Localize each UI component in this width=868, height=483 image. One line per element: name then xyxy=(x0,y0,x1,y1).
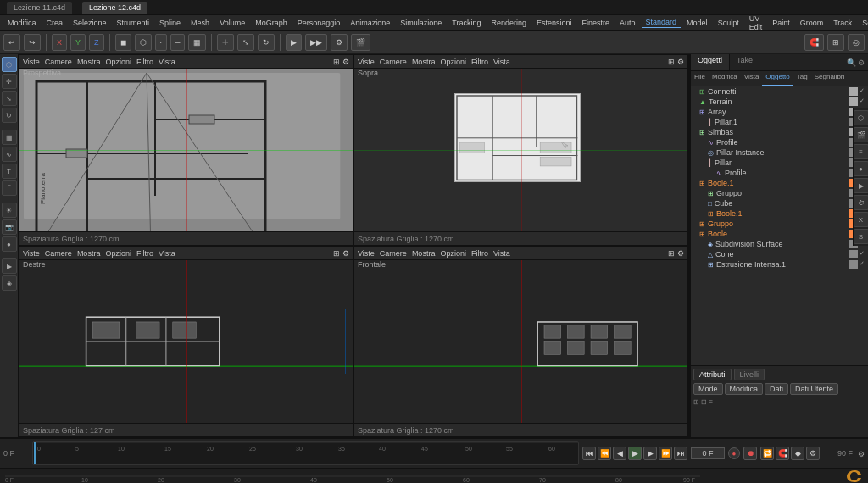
obj-connetti[interactable]: ⊞ Connetti ✓ xyxy=(691,86,868,97)
prev-key-btn[interactable]: ⏪ xyxy=(598,447,611,460)
obj-estrusione[interactable]: ⊞ Estrusione Intensa.1 ✓ xyxy=(691,259,868,269)
attr-mode-btn[interactable]: Mode xyxy=(693,383,723,395)
icon-objects[interactable]: ⬡ xyxy=(854,110,869,125)
menu-tracking[interactable]: Tracking xyxy=(448,18,485,28)
move-icon[interactable]: ✛ xyxy=(2,74,17,89)
menu-modifica[interactable]: Modifica xyxy=(3,18,41,28)
keys-btn[interactable]: ◆ xyxy=(791,447,804,460)
layout-script[interactable]: Script xyxy=(858,18,868,28)
filter-tag[interactable]: Tag xyxy=(793,71,811,86)
filter-vista[interactable]: Vista xyxy=(741,71,763,86)
tab-lezione11[interactable]: Lezione 11.c4d xyxy=(7,2,72,14)
layout-track[interactable]: Track xyxy=(829,18,856,28)
menu-rendering[interactable]: Rendering xyxy=(487,18,531,28)
undo-btn[interactable]: ↩ xyxy=(3,34,20,51)
rotate-icon[interactable]: ↻ xyxy=(2,108,17,123)
obj-pillar[interactable]: ┃ Pillar ✓ xyxy=(691,158,868,168)
obj-array[interactable]: ⊞ Array ✓ xyxy=(691,107,868,117)
vp-frontale-camere[interactable]: Camere xyxy=(380,249,407,258)
obj-pillar-instance[interactable]: ◎ Pillar Instance ✓ xyxy=(691,147,868,158)
menu-animazione[interactable]: Animazione xyxy=(346,18,394,28)
vp-frontale-mostra[interactable]: Mostra xyxy=(412,249,436,258)
object-mode-btn[interactable]: ⬡ xyxy=(135,34,152,51)
icon-material[interactable]: ● xyxy=(854,161,869,176)
record-all-btn[interactable]: ⏺ xyxy=(743,447,757,460)
snap-btn[interactable]: 🧲 xyxy=(804,34,824,51)
axis-z-btn[interactable]: Z xyxy=(89,34,104,51)
nurbs-icon[interactable]: T xyxy=(2,164,17,179)
obj-gruppo2[interactable]: ⊞ Gruppo ✓ xyxy=(691,219,868,229)
obj-profile2[interactable]: ∿ Profile ✓ xyxy=(691,168,868,178)
layout-standard[interactable]: Standard xyxy=(642,17,682,28)
render-view-btn[interactable]: ▶▶ xyxy=(305,34,327,51)
model-mode-btn[interactable]: ◼ xyxy=(115,34,131,51)
menu-estensioni[interactable]: Estensioni xyxy=(532,18,576,28)
axis-x-btn[interactable]: X xyxy=(52,34,67,51)
vp-sopra-expand[interactable]: ⊞ xyxy=(668,58,675,66)
vp-destre-vista[interactable]: Vista xyxy=(159,249,175,258)
vp-sopra-vista[interactable]: Vista xyxy=(493,58,510,66)
motion-icon[interactable]: ◈ xyxy=(2,275,17,291)
skip-start-btn[interactable]: ⏮ xyxy=(582,447,596,460)
snap-tl-btn[interactable]: 🧲 xyxy=(776,447,789,460)
menu-finestre[interactable]: Finestre xyxy=(578,18,615,28)
viewport-destre[interactable]: Viste Camere Mostra Opzioni Filtro Vista… xyxy=(19,246,353,437)
menu-simulazione[interactable]: Simulazione xyxy=(396,18,446,28)
timeline-ruler[interactable]: 0 5 10 15 20 25 30 35 40 45 50 55 60 65 … xyxy=(32,441,579,465)
current-frame-input[interactable]: 0 F xyxy=(691,447,725,459)
vp-destre-camere[interactable]: Camere xyxy=(45,249,72,258)
vp-frontale-expand[interactable]: ⊞ xyxy=(668,249,675,258)
vp-camere[interactable]: Camere xyxy=(45,58,72,66)
polygon-icon[interactable]: ▦ xyxy=(2,130,17,145)
viewport-frontale[interactable]: Viste Camere Mostra Opzioni Filtro Vista… xyxy=(353,246,688,437)
material-icon[interactable]: ● xyxy=(2,236,17,252)
obj-cube[interactable]: □ Cube ✓ xyxy=(691,198,868,208)
vp-frontale-filtro[interactable]: Filtro xyxy=(471,249,488,258)
auto-key-btn[interactable]: ⚙ xyxy=(806,447,820,460)
obj-cone[interactable]: △ Cone ✓ xyxy=(691,249,868,259)
next-frame-btn[interactable]: ▶ xyxy=(643,447,657,460)
obj-pillar1[interactable]: ┃ Pillar.1 ✓ xyxy=(691,117,868,127)
icon-layers[interactable]: ≡ xyxy=(854,144,869,159)
vp-destre-mostra[interactable]: Mostra xyxy=(77,249,101,258)
render-icon[interactable]: ▶ xyxy=(2,258,17,274)
vp-expand-icon[interactable]: ⊞ xyxy=(333,58,340,66)
layout-groom[interactable]: Groom xyxy=(796,18,828,28)
layout-paint[interactable]: Paint xyxy=(768,18,794,28)
vp-sopra-mostra[interactable]: Mostra xyxy=(412,58,436,66)
select-tool-icon[interactable]: ⬡ xyxy=(2,57,17,72)
render-region-btn[interactable]: ▶ xyxy=(286,34,302,51)
redo-btn[interactable]: ↪ xyxy=(24,34,41,51)
menu-mograph[interactable]: MoGraph xyxy=(251,18,292,28)
poly-mode-btn[interactable]: ▦ xyxy=(188,34,206,51)
viewport-prospettiva[interactable]: Viste Camere Mostra Opzioni Filtro Vista… xyxy=(19,54,353,246)
vp-settings-icon[interactable]: ⚙ xyxy=(342,58,349,66)
menu-selezione[interactable]: Selezione xyxy=(69,18,111,28)
vp-destre-expand[interactable]: ⊞ xyxy=(333,249,340,258)
vp-sopra-settings[interactable]: ⚙ xyxy=(677,58,684,66)
attr-tab-livelli[interactable]: Livelli xyxy=(734,369,765,380)
render-queue-btn[interactable]: 🎬 xyxy=(351,34,370,51)
obj-boole1[interactable]: ⊞ Boole.1 ✓ xyxy=(691,178,868,188)
layout-model[interactable]: Model xyxy=(682,18,712,28)
vp-sopra-viste[interactable]: Viste xyxy=(358,58,375,66)
obj-simbas[interactable]: ⊞ Simbas ✓ xyxy=(691,127,868,137)
obj-terrain[interactable]: ▲ Terrain ✓ xyxy=(691,97,868,107)
filter-file[interactable]: File xyxy=(691,71,709,86)
scale-tool-btn[interactable]: ⤡ xyxy=(237,34,254,51)
camera-icon[interactable]: 📷 xyxy=(2,219,17,235)
next-key-btn[interactable]: ⏩ xyxy=(659,447,672,460)
layout-sculpt[interactable]: Sculpt xyxy=(714,18,743,28)
vp-mostra[interactable]: Mostra xyxy=(77,58,101,66)
obj-boole2[interactable]: ⊞ Boole.1 ✓ xyxy=(691,208,868,219)
panel-settings-icon[interactable]: ⚙ xyxy=(858,58,865,67)
attr-tab-attributi[interactable]: Attributi xyxy=(693,369,732,380)
loop-btn[interactable]: 🔁 xyxy=(760,447,774,460)
vp-frontale-vista[interactable]: Vista xyxy=(493,249,510,258)
icon-scene[interactable]: 🎬 xyxy=(854,127,869,142)
record-btn[interactable]: ● xyxy=(728,447,740,459)
prev-frame-btn[interactable]: ◀ xyxy=(613,447,626,460)
vp-frontale-viste[interactable]: Viste xyxy=(358,249,375,258)
menu-auto[interactable]: Auto xyxy=(615,18,640,28)
obj-profile1[interactable]: ∿ Profile ✓ xyxy=(691,137,868,147)
